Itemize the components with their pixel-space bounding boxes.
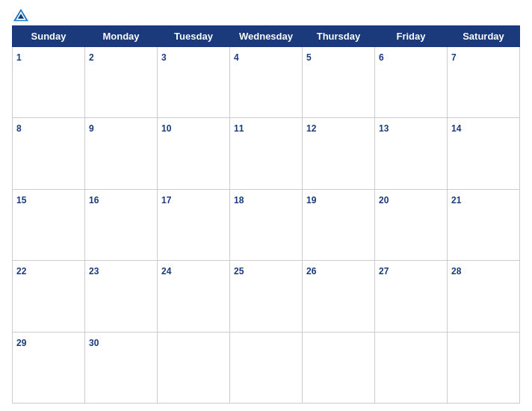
day-number: 3 bbox=[161, 52, 167, 63]
calendar-cell: 14 bbox=[448, 118, 520, 189]
day-number: 30 bbox=[89, 338, 99, 348]
calendar-cell: 13 bbox=[375, 118, 448, 189]
day-number: 16 bbox=[89, 195, 99, 206]
day-number: 24 bbox=[161, 266, 171, 276]
calendar-cell: 6 bbox=[375, 47, 448, 118]
weekday-row: SundayMondayTuesdayWednesdayThursdayFrid… bbox=[13, 26, 520, 47]
calendar-cell: 4 bbox=[230, 47, 303, 118]
calendar-header bbox=[12, 7, 520, 22]
week-row-4: 22232425262728 bbox=[13, 261, 520, 332]
day-number: 18 bbox=[234, 195, 244, 206]
calendar-cell bbox=[375, 332, 448, 403]
day-number: 8 bbox=[16, 123, 22, 134]
calendar-table: SundayMondayTuesdayWednesdayThursdayFrid… bbox=[12, 25, 520, 404]
day-number: 7 bbox=[451, 52, 457, 63]
calendar-cell bbox=[303, 332, 375, 403]
logo bbox=[12, 7, 79, 22]
day-number: 19 bbox=[306, 195, 316, 206]
day-number: 26 bbox=[306, 266, 316, 276]
calendar-cell: 25 bbox=[230, 261, 303, 332]
calendar-cell: 24 bbox=[158, 261, 230, 332]
calendar-cell: 10 bbox=[158, 118, 230, 189]
day-number: 9 bbox=[89, 123, 94, 134]
day-number: 12 bbox=[306, 123, 316, 134]
calendar-cell: 7 bbox=[448, 47, 520, 118]
calendar-cell: 22 bbox=[13, 261, 85, 332]
calendar-cell bbox=[448, 332, 520, 403]
calendar-cell: 8 bbox=[13, 118, 85, 189]
day-number: 5 bbox=[306, 52, 312, 63]
calendar-cell: 11 bbox=[230, 118, 303, 189]
day-number: 1 bbox=[16, 52, 22, 63]
calendar-cell: 19 bbox=[303, 189, 375, 260]
weekday-header-monday: Monday bbox=[85, 26, 158, 47]
calendar-cell: 26 bbox=[303, 261, 375, 332]
week-row-5: 2930 bbox=[13, 332, 520, 403]
calendar-cell: 9 bbox=[85, 118, 158, 189]
calendar-cell: 18 bbox=[230, 189, 303, 260]
calendar-cell: 29 bbox=[13, 332, 85, 403]
calendar-cell: 23 bbox=[85, 261, 158, 332]
calendar-cell: 15 bbox=[13, 189, 85, 260]
calendar-cell: 20 bbox=[375, 189, 448, 260]
day-number: 20 bbox=[379, 195, 389, 206]
calendar-cell: 21 bbox=[448, 189, 520, 260]
week-row-2: 891011121314 bbox=[13, 118, 520, 189]
calendar-cell: 12 bbox=[303, 118, 375, 189]
day-number: 29 bbox=[16, 338, 26, 348]
calendar-cell: 1 bbox=[13, 47, 85, 118]
calendar-cell: 17 bbox=[158, 189, 230, 260]
week-row-1: 1234567 bbox=[13, 47, 520, 118]
weekday-header-tuesday: Tuesday bbox=[158, 26, 230, 47]
day-number: 17 bbox=[161, 195, 171, 206]
day-number: 4 bbox=[234, 52, 239, 63]
day-number: 28 bbox=[451, 266, 461, 276]
day-number: 15 bbox=[16, 195, 26, 206]
day-number: 13 bbox=[379, 123, 389, 134]
day-number: 10 bbox=[161, 123, 171, 134]
calendar-cell: 30 bbox=[85, 332, 158, 403]
day-number: 23 bbox=[89, 266, 99, 276]
day-number: 21 bbox=[451, 195, 461, 206]
weekday-header-saturday: Saturday bbox=[448, 26, 520, 47]
weekday-header-sunday: Sunday bbox=[13, 26, 85, 47]
calendar-cell: 16 bbox=[85, 189, 158, 260]
calendar-cell bbox=[158, 332, 230, 403]
day-number: 27 bbox=[379, 266, 389, 276]
weekday-header-wednesday: Wednesday bbox=[230, 26, 303, 47]
day-number: 14 bbox=[451, 123, 461, 134]
calendar-cell: 2 bbox=[85, 47, 158, 118]
calendar-cell: 27 bbox=[375, 261, 448, 332]
day-number: 6 bbox=[379, 52, 384, 63]
calendar-cell: 28 bbox=[448, 261, 520, 332]
calendar-cell bbox=[230, 332, 303, 403]
weekday-header-friday: Friday bbox=[375, 26, 448, 47]
calendar-cell: 3 bbox=[158, 47, 230, 118]
calendar-weekdays: SundayMondayTuesdayWednesdayThursdayFrid… bbox=[13, 26, 520, 47]
day-number: 2 bbox=[89, 52, 94, 63]
day-number: 11 bbox=[234, 123, 244, 134]
day-number: 25 bbox=[234, 266, 244, 276]
day-number: 22 bbox=[16, 266, 26, 276]
weekday-header-thursday: Thursday bbox=[303, 26, 375, 47]
calendar-body: 1234567891011121314151617181920212223242… bbox=[13, 47, 520, 404]
generalblue-icon bbox=[12, 7, 30, 22]
calendar-cell: 5 bbox=[303, 47, 375, 118]
week-row-3: 15161718192021 bbox=[13, 189, 520, 260]
